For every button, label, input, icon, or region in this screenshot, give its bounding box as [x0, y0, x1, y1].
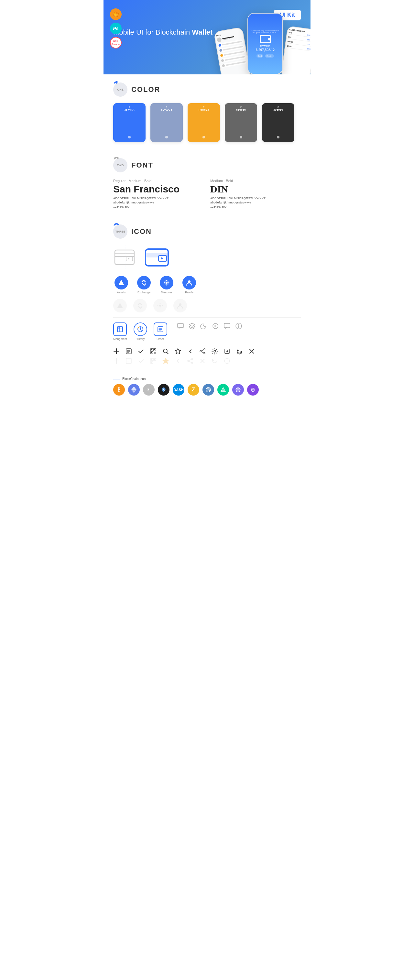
- chat-icon: [177, 323, 184, 329]
- svg-point-43: [215, 325, 217, 327]
- ethereum-logo: [128, 384, 140, 396]
- svg-point-26: [158, 305, 158, 306]
- svg-line-93: [189, 361, 191, 363]
- svg-point-24: [160, 303, 161, 304]
- svg-rect-30: [118, 327, 119, 329]
- star-active-icon: [162, 358, 169, 364]
- hero-badges: Ps 60+Screens: [110, 8, 122, 49]
- close-icon: [248, 348, 255, 355]
- sf-lowercase: abcdefghijklmnopqrstuvwxyz: [113, 201, 204, 204]
- svg-point-20: [169, 282, 169, 283]
- polygon-logo: [247, 384, 259, 396]
- order-icon: [154, 323, 167, 336]
- din-weights: Medium · Bold: [210, 179, 301, 183]
- screens-badge: 60+Screens: [110, 37, 122, 49]
- sf-numbers: 1234567890: [113, 205, 204, 208]
- tab-icon-mangment: Mangment: [113, 323, 127, 340]
- color-section-header: 1 ONE COLOR: [113, 83, 301, 97]
- svg-point-16: [166, 282, 167, 284]
- svg-rect-57: [151, 349, 152, 350]
- zcash-logo: Z: [188, 384, 199, 396]
- hero-phones: Profile Character may be manifested in t: [217, 13, 310, 75]
- misc-small-icons: [177, 323, 242, 329]
- list-ghost-icon: [126, 358, 132, 364]
- dash-logo: DASH: [173, 384, 184, 396]
- din-uppercase: ABCDEFGHIJKLMNOPQRSTUVWXYZ: [210, 197, 301, 200]
- profile-ghost-icon: [174, 299, 187, 312]
- svg-marker-66: [175, 348, 181, 354]
- info-icon: [235, 323, 242, 329]
- font-grid: Regular · Medium · Bold San Francisco AB…: [113, 179, 301, 208]
- tab-icon-order: Order: [154, 323, 167, 340]
- export-icon: [224, 348, 230, 355]
- svg-rect-4: [115, 250, 134, 264]
- star-icon: [175, 348, 181, 355]
- exchange-label: Exchange: [137, 291, 150, 294]
- color-swatch-orange: # F5A623: [188, 103, 220, 142]
- refresh-icon: [236, 348, 243, 355]
- misc-action-icons-ghost: [113, 358, 301, 364]
- blockchain-line: [113, 379, 119, 379]
- back-arrow-icon: [187, 348, 193, 355]
- icon-section-number: 3 THREE: [113, 224, 127, 239]
- svg-rect-60: [154, 352, 154, 353]
- wallet-icons: [113, 245, 301, 269]
- icon-item-profile: Profile: [181, 276, 197, 294]
- phone-left: Profile: [213, 27, 251, 75]
- svg-point-67: [204, 348, 205, 350]
- svg-line-92: [189, 360, 191, 361]
- color-swatches: # 3574FA # 8DA0C8 # F5A623 # 666666: [113, 103, 301, 142]
- svg-rect-86: [154, 359, 155, 360]
- svg-point-34: [138, 327, 139, 328]
- mangment-label: Mangment: [113, 337, 127, 340]
- check-icon: [138, 348, 144, 355]
- din-name: DIN: [210, 185, 301, 194]
- info-ghost-icon: [224, 358, 230, 364]
- svg-point-72: [214, 350, 216, 352]
- svg-marker-14: [118, 280, 124, 285]
- svg-rect-5: [115, 253, 134, 256]
- tab-icon-history: History: [134, 323, 147, 340]
- cross-ghost-icon: [199, 358, 206, 364]
- nav-icons-section: Assets Exchange: [113, 276, 301, 312]
- icon-item-discover: Discover: [158, 276, 175, 294]
- svg-marker-99: [131, 387, 137, 391]
- bitcoin-logo: ₿: [113, 384, 125, 396]
- list-edit-icon: [126, 348, 132, 355]
- assets-label: Assets: [117, 291, 126, 294]
- svg-rect-85: [151, 359, 152, 360]
- icon-item-exchange: Exchange: [136, 276, 152, 294]
- litecoin-logo: Ł: [143, 384, 154, 396]
- din-lowercase: abcdefghijklmnopqrstuvwxyz: [210, 201, 301, 204]
- order-label: Order: [156, 337, 164, 340]
- crypto-logos: ₿ Ł DASH Z: [113, 384, 301, 396]
- compound-logo: [217, 384, 229, 396]
- font-item-din: Medium · Bold DIN ABCDEFGHIJKLMNOPQRSTUV…: [210, 179, 301, 208]
- color-section-title: COLOR: [131, 85, 160, 94]
- svg-point-25: [160, 308, 161, 309]
- svg-point-108: [252, 389, 253, 390]
- sf-weights: Regular · Medium · Bold: [113, 179, 204, 183]
- discover-icon: [160, 276, 174, 290]
- din-numbers: 1234567890: [210, 205, 301, 208]
- chat2-icon: [223, 323, 231, 329]
- exchange-icon: [137, 276, 151, 290]
- black-coin-logo: [158, 384, 169, 396]
- font-section: 2 TWO FONT Regular · Medium · Bold San F…: [104, 150, 310, 216]
- circle-icon: [212, 323, 219, 329]
- icon-section-header: 3 THREE ICON: [113, 224, 301, 239]
- svg-point-7: [128, 258, 129, 259]
- refresh-ghost-icon: [212, 358, 218, 364]
- svg-point-27: [162, 305, 163, 306]
- exchange-ghost-icon: [133, 299, 147, 312]
- sf-uppercase: ABCDEFGHIJKLMNOPQRSTUVWXYZ: [113, 197, 204, 200]
- share-ghost-icon: [187, 358, 193, 364]
- font-item-sf: Regular · Medium · Bold San Francisco AB…: [113, 179, 204, 208]
- svg-point-47: [238, 325, 239, 325]
- color-section-number: 1 ONE: [113, 83, 127, 97]
- svg-point-18: [166, 285, 167, 286]
- mangment-icon: [113, 323, 127, 336]
- svg-point-13: [161, 258, 163, 259]
- wallet-icon-solid: [144, 245, 171, 269]
- svg-marker-88: [163, 358, 169, 364]
